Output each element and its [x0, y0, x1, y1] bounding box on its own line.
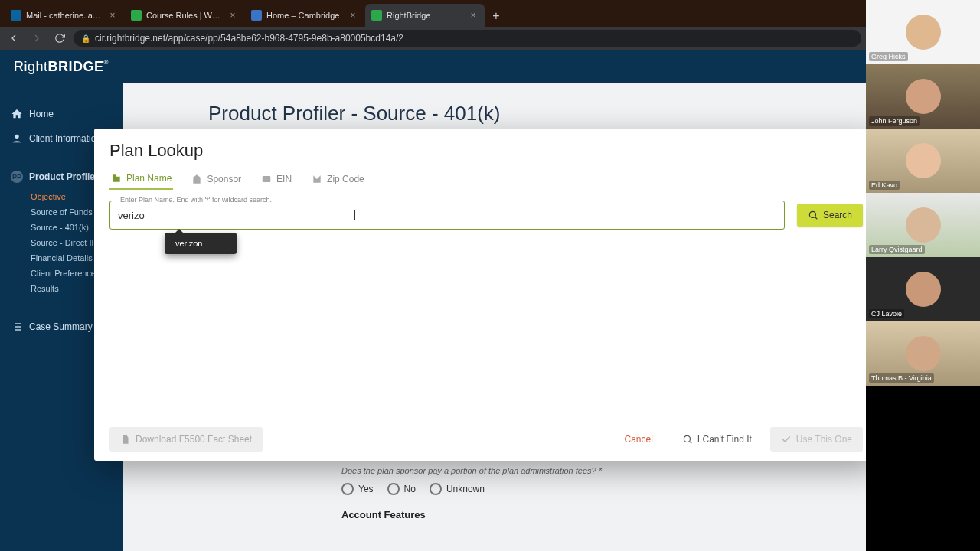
browser-chrome: Mail - catherine.lavoie@cambrid × Course… [0, 0, 866, 551]
close-icon[interactable]: × [107, 10, 118, 21]
tab-cambridge[interactable]: Home – Cambridge × [245, 4, 364, 27]
tab-sponsor[interactable]: Sponsor [190, 170, 243, 190]
person-icon [11, 132, 23, 145]
svg-point-10 [684, 435, 690, 442]
reload-button[interactable] [51, 29, 69, 47]
participant-tile[interactable]: Larry Qvistgaard [866, 193, 980, 257]
pp-icon: PP [11, 171, 23, 183]
favicon-cambridge [251, 10, 262, 21]
url-field[interactable]: 🔒 cir.rightbridge.net/app/case/pp/54a8be… [74, 30, 861, 47]
tab-title: Course Rules | WebCE [146, 11, 224, 20]
lock-icon: 🔒 [81, 34, 90, 43]
button-label: Use This One [796, 434, 852, 445]
building-icon [191, 174, 202, 184]
back-button[interactable] [5, 29, 23, 47]
cancel-button[interactable]: Cancel [613, 427, 663, 452]
video-call-panel: Greg Hicks John Ferguson Ed Kavo Larry Q… [866, 0, 980, 551]
participant-tile[interactable]: John Ferguson [866, 64, 980, 129]
radio-label: No [404, 484, 416, 494]
check-icon [781, 434, 792, 445]
tab-title: Mail - catherine.lavoie@cambrid [26, 11, 104, 20]
favicon-rightbridge [371, 10, 382, 21]
logo-part-a: Right [14, 59, 48, 74]
radio-yes[interactable]: Yes [341, 483, 374, 495]
modal-title: Plan Lookup [109, 141, 863, 161]
forward-button[interactable] [28, 29, 46, 47]
question-text: Does the plan sponsor pay a portion of t… [341, 466, 835, 475]
search-row: Enter Plan Name. End with '*' for wildca… [109, 201, 863, 230]
download-fact-sheet-button: Download F5500 Fact Sheet [109, 427, 263, 452]
app-viewport: RightBRIDGE® Home Client Information PP … [0, 50, 866, 551]
radio-label: Unknown [446, 484, 485, 494]
tab-mail[interactable]: Mail - catherine.lavoie@cambrid × [5, 4, 124, 27]
app-header: RightBRIDGE® [0, 50, 866, 83]
home-icon [11, 108, 23, 120]
radio-unknown[interactable]: Unknown [430, 483, 485, 495]
sidebar-item-label: Client Information [29, 133, 101, 144]
close-icon[interactable]: × [227, 10, 238, 21]
favicon-webce [131, 10, 142, 21]
sidebar-item-home[interactable]: Home [0, 102, 122, 126]
svg-point-8 [809, 211, 815, 217]
svg-rect-7 [263, 176, 271, 182]
address-bar: 🔒 cir.rightbridge.net/app/case/pp/54a8be… [0, 27, 866, 50]
tab-zip[interactable]: Zip Code [310, 170, 366, 190]
button-label: I Can't Find It [697, 434, 752, 445]
participant-name: Larry Qvistgaard [869, 245, 925, 254]
app-logo: RightBRIDGE® [14, 59, 109, 75]
plan-lookup-modal: Plan Lookup Plan Name Sponsor EIN Zip Co… [94, 129, 878, 461]
svg-point-0 [15, 135, 18, 139]
section-account-features: Account Features [341, 509, 835, 520]
participant-name: Ed Kavo [869, 181, 900, 190]
svg-line-9 [815, 217, 818, 220]
tab-label: Sponsor [207, 174, 241, 184]
mail-icon [312, 174, 322, 184]
radio-no[interactable]: No [387, 483, 416, 495]
tab-plan-name[interactable]: Plan Name [109, 170, 173, 190]
participant-tile[interactable]: Thomas B - Virginia [866, 321, 980, 386]
autocomplete-suggestion[interactable]: verizon [165, 233, 237, 254]
radio-icon [341, 483, 354, 495]
plan-name-input[interactable] [109, 201, 785, 230]
tab-ein[interactable]: EIN [260, 170, 293, 190]
modal-tabs: Plan Name Sponsor EIN Zip Code [109, 170, 863, 190]
search-button[interactable]: Search [797, 204, 863, 227]
participant-tile[interactable]: Ed Kavo [866, 129, 980, 193]
button-label: Download F5500 Fact Sheet [136, 434, 252, 445]
search-off-icon [682, 434, 693, 445]
tab-webce[interactable]: Course Rules | WebCE × [125, 4, 244, 27]
participant-name: John Ferguson [869, 116, 920, 126]
input-float-label: Enter Plan Name. End with '*' for wildca… [117, 196, 275, 204]
page-title: Product Profiler - Source - 401(k) [122, 83, 866, 132]
button-label: Search [823, 210, 852, 220]
tab-rightbridge[interactable]: RightBridge × [365, 4, 485, 27]
sidebar-item-label: Case Summary [29, 321, 93, 332]
sidebar-item-label: Product Profiler [29, 171, 99, 182]
text-cursor [354, 210, 355, 220]
participant-name: CJ Lavoie [869, 309, 904, 318]
participant-name: Thomas B - Virginia [869, 373, 934, 383]
logo-part-b: BRIDGE [48, 59, 104, 74]
radio-row: Yes No Unknown [341, 483, 835, 495]
list-icon [11, 321, 23, 333]
id-icon [261, 174, 272, 184]
folder-icon [111, 173, 122, 184]
radio-icon [387, 483, 400, 495]
favicon-outlook [11, 10, 21, 21]
radio-icon [430, 483, 442, 495]
cant-find-button[interactable]: I Can't Find It [671, 427, 763, 452]
download-icon [120, 434, 131, 445]
new-tab-button[interactable]: + [485, 5, 507, 27]
background-form: Does the plan sponsor pay a portion of t… [341, 466, 835, 520]
tab-label: Zip Code [327, 174, 364, 184]
close-icon[interactable]: × [348, 10, 358, 21]
modal-footer: Download F5500 Fact Sheet Cancel I Can't… [109, 427, 863, 452]
participant-name: Greg Hicks [869, 52, 908, 61]
participant-tile[interactable]: Greg Hicks [866, 0, 980, 64]
tab-label: EIN [276, 174, 292, 184]
participant-tile[interactable]: CJ Lavoie [866, 257, 980, 321]
button-label: Cancel [624, 434, 652, 445]
call-panel-empty [866, 386, 980, 551]
use-this-one-button: Use This One [770, 427, 863, 452]
close-icon[interactable]: × [468, 10, 479, 21]
